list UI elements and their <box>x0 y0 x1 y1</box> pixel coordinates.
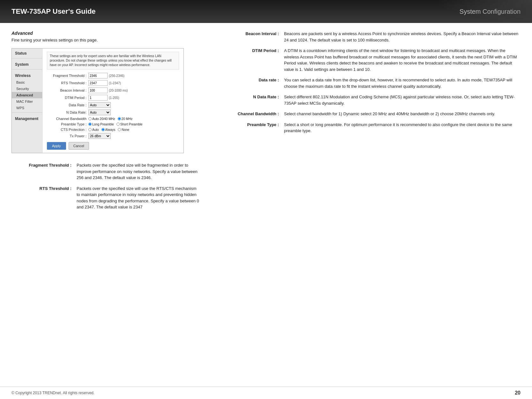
preamble-short-label[interactable]: Short Preamble <box>116 123 142 126</box>
desc-dtim-period: DTIM Period : A DTIM is a countdown info… <box>219 48 521 77</box>
channel-bandwidth-auto-radio[interactable] <box>88 117 92 120</box>
right-column: Beacon Interval : Beacons are packets se… <box>209 31 521 215</box>
router-ui: Status System Wireless Basic Security Ad… <box>11 48 184 153</box>
desc-data-rate-text: You can select a data rate from the drop… <box>283 77 521 94</box>
section-subtitle: Fine tuning your wireless settings on th… <box>11 38 200 42</box>
right-descriptions: Beacon Interval : Beacons are packets se… <box>219 31 521 139</box>
cts-protection-options: Auto Always None <box>88 128 129 132</box>
footer-page-number: 20 <box>515 390 521 396</box>
desc-beacon-label: Beacon Interval : <box>219 31 283 48</box>
desc-beacon-text: Beacons are packets sent by a wireless A… <box>283 31 521 48</box>
channel-bandwidth-options: Auto 20/40 MHz 20 MHz <box>88 117 132 121</box>
desc-data-rate: Data rate : You can select a data rate f… <box>219 77 521 94</box>
rts-threshold-input[interactable] <box>88 80 108 86</box>
preamble-short-radio[interactable] <box>116 123 120 126</box>
desc-rts-label: RTS Threshold : <box>11 185 75 215</box>
beacon-interval-row: Beacon Interval : (20-1000 ms) <box>47 87 179 93</box>
preamble-type-options: Long Preamble Short Preamble <box>88 123 142 126</box>
cts-protection-row: CTS Protection : Auto Always None <box>47 128 179 132</box>
desc-dtim-label: DTIM Period : <box>219 48 283 77</box>
channel-bandwidth-auto-label[interactable]: Auto 20/40 MHz <box>88 117 115 121</box>
cts-none-radio[interactable] <box>118 128 121 131</box>
fragment-threshold-input[interactable] <box>88 73 108 79</box>
header: TEW-735AP User's Guide System Configurat… <box>0 0 532 23</box>
sidebar-item-status[interactable]: Status <box>12 49 42 57</box>
rts-threshold-row: RTS Threshold : (1-2347) <box>47 80 179 86</box>
fragment-threshold-row: Fragment Threshold : (256-2346) <box>47 73 179 79</box>
n-data-rate-label: N Data Rate: <box>47 110 88 114</box>
channel-bandwidth-row: Channel Bandwidth Auto 20/40 MHz 20 MHz <box>47 117 179 121</box>
tx-power-select[interactable]: 26 dBm <box>88 133 111 139</box>
fragment-threshold-hint: (256-2346) <box>109 74 124 78</box>
cts-auto-radio[interactable] <box>88 128 92 131</box>
main-content: Advanced Fine tuning your wireless setti… <box>0 23 532 221</box>
channel-bandwidth-label: Channel Bandwidth <box>47 117 88 121</box>
fragment-threshold-label: Fragment Threshold : <box>47 74 88 78</box>
dtim-period-input[interactable] <box>88 95 108 101</box>
desc-beacon-interval: Beacon Interval : Beacons are packets se… <box>219 31 521 48</box>
rts-threshold-hint: (1-2347) <box>109 81 121 85</box>
apply-button[interactable]: Apply <box>47 142 66 150</box>
cts-always-radio[interactable] <box>101 128 105 131</box>
n-data-rate-select[interactable]: Auto <box>88 109 111 115</box>
sidebar-item-basic[interactable]: Basic <box>12 79 42 86</box>
tx-power-label: Tx Power : <box>47 134 88 138</box>
data-rate-select[interactable]: Auto <box>88 102 111 108</box>
data-rate-row: Data Rate : Auto <box>47 102 179 108</box>
sidebar-item-system[interactable]: System <box>12 60 42 68</box>
header-right: System Configuration <box>460 8 521 15</box>
desc-rts-threshold: RTS Threshold : Packets over the specifi… <box>11 185 200 215</box>
beacon-interval-input[interactable] <box>88 87 108 93</box>
desc-dtim-text: A DTIM is a countdown informing clients … <box>283 48 521 77</box>
sidebar-item-security[interactable]: Security <box>12 86 42 92</box>
cts-none-label[interactable]: None <box>118 128 129 132</box>
router-form: These settings are only for expert users… <box>42 49 184 153</box>
desc-n-data-rate: N Data Rate : Select different 802.11N M… <box>219 94 521 111</box>
channel-bandwidth-20-label[interactable]: 20 MHz <box>118 117 132 121</box>
form-buttons: Apply Cancel <box>47 142 179 150</box>
sidebar-item-advanced[interactable]: Advanced <box>12 92 42 98</box>
router-warning-text: These settings are only for expert users… <box>47 52 179 70</box>
beacon-interval-label: Beacon Interval : <box>47 88 88 92</box>
desc-preamble-label: Preamble Type : <box>219 122 283 139</box>
cts-auto-label[interactable]: Auto <box>88 128 99 132</box>
channel-bandwidth-20-radio[interactable] <box>118 117 121 120</box>
desc-channel-bandwidth: Channel Bandwidth : Select channel bandw… <box>219 111 521 122</box>
beacon-interval-hint: (20-1000 ms) <box>109 89 128 92</box>
desc-fragment-text: Packets over the specified size will be … <box>75 162 200 185</box>
footer: © Copyright 2013 TRENDnet. All rights re… <box>0 387 532 399</box>
left-column: Advanced Fine tuning your wireless setti… <box>11 31 209 215</box>
header-title: TEW-735AP User's Guide <box>11 7 96 16</box>
tx-power-row: Tx Power : 26 dBm <box>47 133 179 139</box>
preamble-long-label[interactable]: Long Preamble <box>88 123 114 126</box>
desc-preamble-type: Preamble Type : Select a short or long p… <box>219 122 521 139</box>
preamble-type-label: Preamble Type : <box>47 122 88 126</box>
cancel-button[interactable]: Cancel <box>69 142 89 150</box>
n-data-rate-row: N Data Rate: Auto <box>47 109 179 115</box>
footer-copyright: © Copyright 2013 TRENDnet. All rights re… <box>11 391 94 395</box>
dtim-period-label: DTIM Period : <box>47 96 88 100</box>
sidebar-item-wireless[interactable]: Wireless <box>12 71 42 79</box>
dtim-period-hint: (1-255) <box>109 96 119 100</box>
left-descriptions: Fragment Threshold : Packets over the sp… <box>11 162 200 215</box>
sidebar-item-management[interactable]: Management <box>12 114 42 122</box>
desc-fragment-label: Fragment Threshold : <box>11 162 75 185</box>
desc-n-data-rate-label: N Data Rate : <box>219 94 283 111</box>
sidebar-item-macfilter[interactable]: MAC Filter <box>12 98 42 105</box>
data-rate-label: Data Rate : <box>47 103 88 107</box>
desc-channel-bw-label: Channel Bandwidth : <box>219 111 283 122</box>
dtim-period-row: DTIM Period : (1-255) <box>47 95 179 101</box>
desc-preamble-text: Select a short or long preamble. For opt… <box>283 122 521 139</box>
desc-fragment-threshold: Fragment Threshold : Packets over the sp… <box>11 162 200 185</box>
cts-protection-label: CTS Protection : <box>47 128 88 132</box>
cts-always-label[interactable]: Always <box>101 128 116 132</box>
router-sidebar: Status System Wireless Basic Security Ad… <box>12 49 42 153</box>
desc-rts-text: Packets over the specified size will use… <box>75 185 200 215</box>
section-title: Advanced <box>11 31 200 36</box>
sidebar-item-wps[interactable]: WPS <box>12 105 42 111</box>
preamble-long-radio[interactable] <box>88 123 92 126</box>
desc-n-data-rate-text: Select different 802.11N Modulation and … <box>283 94 521 111</box>
preamble-type-row: Preamble Type : Long Preamble Short Prea… <box>47 122 179 126</box>
rts-threshold-label: RTS Threshold : <box>47 81 88 85</box>
desc-channel-bw-text: Select channel bandwidth for 1) Dynamic … <box>283 111 521 122</box>
